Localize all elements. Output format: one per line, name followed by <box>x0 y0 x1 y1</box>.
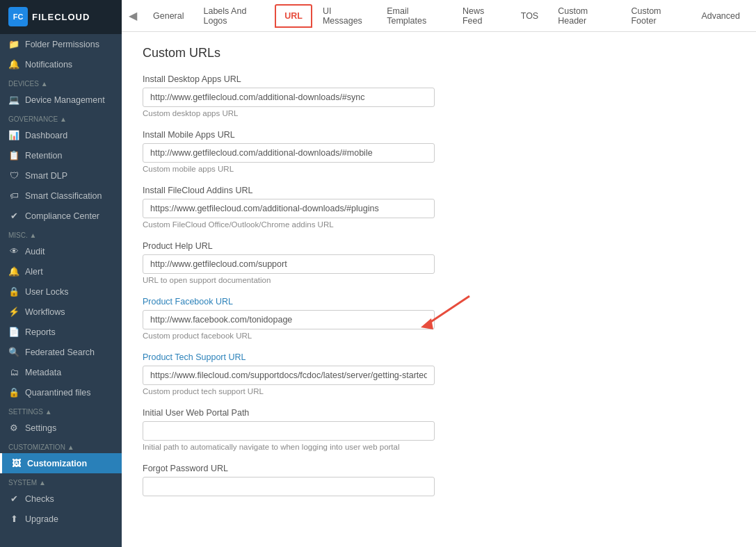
sidebar-item-label: Dashboard <box>25 131 67 140</box>
sidebar-item-upgrade[interactable]: ⬆Upgrade <box>0 509 122 529</box>
sidebar-section-label: SYSTEM ▲ <box>0 473 122 489</box>
upgrade-icon: ⬆ <box>8 514 19 524</box>
retention-icon: 📋 <box>8 150 19 161</box>
sidebar-item-quarantined-files[interactable]: 🔒Quarantined files <box>0 382 122 402</box>
tab-ui-messages[interactable]: UI Messages <box>314 0 376 32</box>
sidebar-item-label: Audit <box>25 247 45 256</box>
sidebar-item-federated-search[interactable]: 🔍Federated Search <box>0 342 122 362</box>
dashboard-icon: 📊 <box>8 130 19 140</box>
sidebar-item-workflows[interactable]: ⚡Workflows <box>0 302 122 322</box>
sidebar-item-metadata[interactable]: 🗂Metadata <box>0 362 122 382</box>
folder-permissions-icon: 📁 <box>8 39 19 49</box>
sidebar-item-retention[interactable]: 📋Retention <box>0 145 122 165</box>
sidebar-item-notifications[interactable]: 🔔Notifications <box>0 54 122 74</box>
input-tech-support-url[interactable] <box>143 366 435 385</box>
sidebar-item-label: Workflows <box>25 307 65 317</box>
tab-advanced[interactable]: Advanced <box>692 5 749 27</box>
svg-marker-1 <box>421 318 433 329</box>
input-initial-path[interactable] <box>143 421 435 441</box>
annotation-arrow <box>414 289 476 331</box>
tab-news-feed[interactable]: News Feed <box>453 0 510 32</box>
field-label-initial-path: Initial User Web Portal Path <box>143 408 735 418</box>
sidebar-item-device-management[interactable]: 💻Device Management <box>0 90 122 110</box>
sidebar-item-smart-classification[interactable]: 🏷Smart Classification <box>0 186 122 206</box>
field-section-facebook-url: Product Facebook URLCustom product faceb… <box>143 297 735 340</box>
sidebar-section-label: CUSTOMIZATION ▲ <box>0 438 122 453</box>
tab-email-templates[interactable]: Email Templates <box>378 0 452 32</box>
sidebar-item-label: Folder Permissions <box>25 40 99 49</box>
sidebar-item-checks[interactable]: ✔Checks <box>0 489 122 509</box>
sidebar-section-label: MISC. ▲ <box>0 226 122 241</box>
customization-icon: 🖼 <box>10 458 22 468</box>
sidebar-section-label: SETTINGS ▲ <box>0 402 122 418</box>
input-mobile-apps-url[interactable] <box>143 143 435 163</box>
sidebar-item-label: Checks <box>25 494 54 504</box>
field-section-mobile-apps-url: Install Mobile Apps URLCustom mobile app… <box>143 130 735 173</box>
field-label-tech-support-url: Product Tech Support URL <box>143 352 735 362</box>
sidebar-item-label: Settings <box>25 423 56 433</box>
page-title: Custom URLs <box>143 46 735 60</box>
sidebar-item-label: Compliance Center <box>25 211 99 221</box>
sidebar-item-folder-permissions[interactable]: 📁Folder Permissions <box>0 34 122 54</box>
sidebar-item-label: User Locks <box>25 287 69 297</box>
audit-icon: 👁 <box>8 246 19 256</box>
sidebar-section-label: DEVICES ▲ <box>0 74 122 90</box>
sidebar-item-label: Smart DLP <box>25 171 67 181</box>
main-content: ◀ GeneralLabels And LogosURLUI MessagesE… <box>122 0 756 547</box>
tab-bar: ◀ GeneralLabels And LogosURLUI MessagesE… <box>122 0 756 32</box>
tab-custom-header[interactable]: Custom Header <box>549 0 620 32</box>
field-desc-mobile-apps-url: Custom mobile apps URL <box>143 165 735 173</box>
tab-labels-logos[interactable]: Labels And Logos <box>194 0 273 32</box>
quarantined-files-icon: 🔒 <box>8 387 19 398</box>
field-label-help-url: Product Help URL <box>143 241 735 251</box>
settings-icon: ⚙ <box>8 423 19 433</box>
field-desc-facebook-url: Custom product facebook URL <box>143 332 735 340</box>
sidebar-item-label: Upgrade <box>25 514 58 524</box>
sidebar-item-label: Reports <box>25 327 56 337</box>
metadata-icon: 🗂 <box>8 367 19 377</box>
tab-url[interactable]: URL <box>275 4 312 28</box>
sidebar-item-reports[interactable]: 📄Reports <box>0 322 122 342</box>
sidebar-item-compliance-center[interactable]: ✔Compliance Center <box>0 206 122 226</box>
device-management-icon: 💻 <box>8 95 19 105</box>
svg-line-0 <box>428 296 469 324</box>
tab-general[interactable]: General <box>144 5 193 27</box>
content-area: Custom URLs Install Desktop Apps URLCust… <box>122 32 756 547</box>
sidebar-item-label: Customization <box>27 459 87 468</box>
sidebar-item-alert[interactable]: 🔔Alert <box>0 261 122 281</box>
sidebar-item-label: Device Management <box>25 95 105 105</box>
sidebar-item-dashboard[interactable]: 📊Dashboard <box>0 125 122 145</box>
input-forgot-password-url[interactable] <box>143 477 435 496</box>
alert-icon: 🔔 <box>8 266 19 277</box>
field-section-desktop-apps-url: Install Desktop Apps URLCustom desktop a… <box>143 74 735 117</box>
sidebar-item-settings[interactable]: ⚙Settings <box>0 418 122 438</box>
input-help-url[interactable] <box>143 254 435 274</box>
field-desc-desktop-apps-url: Custom desktop apps URL <box>143 109 735 117</box>
field-label-desktop-apps-url: Install Desktop Apps URL <box>143 74 735 84</box>
user-locks-icon: 🔒 <box>8 286 19 297</box>
compliance-center-icon: ✔ <box>8 211 19 221</box>
tab-collapse-button[interactable]: ◀ <box>129 9 137 22</box>
smart-dlp-icon: 🛡 <box>8 170 19 181</box>
sidebar-item-smart-dlp[interactable]: 🛡Smart DLP <box>0 165 122 186</box>
sidebar-item-audit[interactable]: 👁Audit <box>0 241 122 261</box>
sidebar-item-label: Alert <box>25 267 43 277</box>
field-label-forgot-password-url: Forgot Password URL <box>143 464 735 473</box>
input-addins-url[interactable] <box>143 199 435 218</box>
sidebar-item-label: Federated Search <box>25 348 95 357</box>
sidebar-item-user-locks[interactable]: 🔒User Locks <box>0 281 122 302</box>
tab-tos[interactable]: TOS <box>512 5 547 27</box>
sidebar-item-customization[interactable]: 🖼Customization <box>0 453 122 473</box>
input-desktop-apps-url[interactable] <box>143 88 435 107</box>
input-facebook-url[interactable] <box>143 310 435 329</box>
sidebar-item-label: Notifications <box>25 60 72 70</box>
smart-classification-icon: 🏷 <box>8 190 19 201</box>
field-section-forgot-password-url: Forgot Password URL <box>143 464 735 496</box>
field-label-addins-url: Install FileCloud Addins URL <box>143 186 735 195</box>
sidebar-logo: FC FILECLOUD <box>0 0 122 34</box>
field-section-help-url: Product Help URLURL to open support docu… <box>143 241 735 284</box>
sidebar-item-label: Retention <box>25 151 63 161</box>
arrow-container-facebook-url <box>143 310 435 329</box>
logo-icon: FC <box>8 7 28 26</box>
tab-custom-footer[interactable]: Custom Footer <box>622 0 691 32</box>
